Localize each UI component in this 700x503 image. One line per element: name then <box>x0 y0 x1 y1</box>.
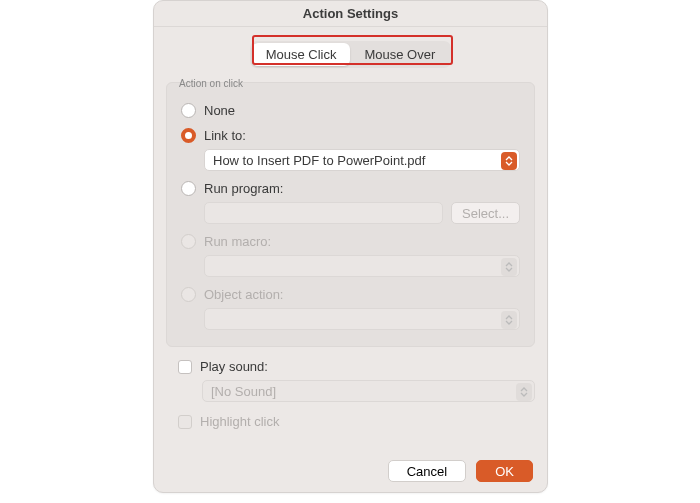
group-label: Action on click <box>177 78 245 89</box>
radio-run-program-label: Run program: <box>204 181 283 196</box>
sound-value: [No Sound] <box>211 384 276 399</box>
radio-run-macro <box>181 234 196 249</box>
radio-object-action-label: Object action: <box>204 287 284 302</box>
dialog-title: Action Settings <box>154 1 547 27</box>
chevron-updown-icon <box>516 383 532 401</box>
highlight-click-label: Highlight click <box>200 414 279 429</box>
highlight-click-row: Highlight click <box>178 414 547 429</box>
highlight-click-checkbox <box>178 415 192 429</box>
radio-link-label: Link to: <box>204 128 246 143</box>
radio-run-macro-label: Run macro: <box>204 234 271 249</box>
tab-segmented-control: Mouse Click Mouse Over <box>250 41 452 68</box>
chevron-updown-icon[interactable] <box>501 152 517 170</box>
object-action-indent <box>204 308 520 330</box>
radio-run-program-row[interactable]: Run program: <box>181 181 520 196</box>
radio-none[interactable] <box>181 103 196 118</box>
radio-object-action <box>181 287 196 302</box>
sound-combo: [No Sound] <box>202 380 535 402</box>
chevron-updown-icon <box>501 311 517 329</box>
tabs-area: Mouse Click Mouse Over <box>154 27 547 82</box>
ok-button[interactable]: OK <box>476 460 533 482</box>
object-action-combo <box>204 308 520 330</box>
run-macro-combo <box>204 255 520 277</box>
play-sound-checkbox[interactable] <box>178 360 192 374</box>
sound-indent: [No Sound] <box>202 380 535 402</box>
cancel-button[interactable]: Cancel <box>388 460 466 482</box>
dialog-footer: Cancel OK <box>388 460 533 482</box>
action-on-click-group: Action on click None Link to: How to Ins… <box>166 82 535 347</box>
run-macro-indent <box>204 255 520 277</box>
action-settings-dialog: Action Settings Mouse Click Mouse Over A… <box>153 0 548 493</box>
radio-none-label: None <box>204 103 235 118</box>
radio-run-program[interactable] <box>181 181 196 196</box>
tab-mouse-click[interactable]: Mouse Click <box>252 43 351 66</box>
chevron-updown-icon <box>501 258 517 276</box>
radio-link-row[interactable]: Link to: <box>181 128 520 143</box>
play-sound-label: Play sound: <box>200 359 268 374</box>
tab-mouse-over[interactable]: Mouse Over <box>350 43 449 66</box>
play-sound-row[interactable]: Play sound: <box>178 359 547 374</box>
link-to-value: How to Insert PDF to PowerPoint.pdf <box>213 153 425 168</box>
radio-run-macro-row: Run macro: <box>181 234 520 249</box>
radio-object-action-row: Object action: <box>181 287 520 302</box>
link-to-indent: How to Insert PDF to PowerPoint.pdf <box>204 149 520 171</box>
radio-link-to[interactable] <box>181 128 196 143</box>
link-to-combo[interactable]: How to Insert PDF to PowerPoint.pdf <box>204 149 520 171</box>
run-program-input[interactable] <box>204 202 443 224</box>
run-program-indent: Select... <box>204 202 520 224</box>
radio-none-row[interactable]: None <box>181 103 520 118</box>
select-button[interactable]: Select... <box>451 202 520 224</box>
